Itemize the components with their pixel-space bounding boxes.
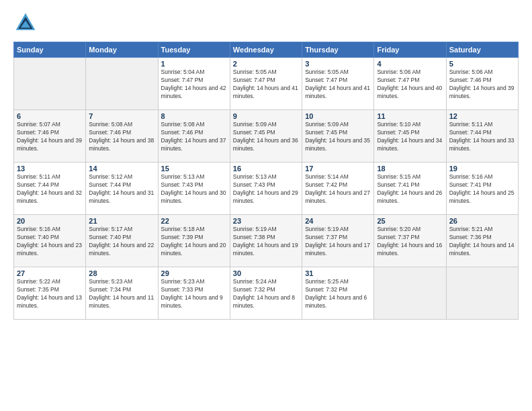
calendar-cell: 12Sunrise: 5:11 AM Sunset: 7:44 PM Dayli… <box>446 110 518 163</box>
calendar-cell: 31Sunrise: 5:25 AM Sunset: 7:32 PM Dayli… <box>302 267 374 320</box>
day-info: Sunrise: 5:21 AM Sunset: 7:36 PM Dayligh… <box>449 226 515 258</box>
day-number: 27 <box>17 269 83 277</box>
day-info: Sunrise: 5:09 AM Sunset: 7:45 PM Dayligh… <box>305 121 371 153</box>
day-number: 16 <box>233 165 299 173</box>
day-number: 20 <box>17 217 83 225</box>
day-info: Sunrise: 5:24 AM Sunset: 7:32 PM Dayligh… <box>233 278 299 310</box>
calendar-cell: 3Sunrise: 5:05 AM Sunset: 7:47 PM Daylig… <box>302 58 374 110</box>
page: SundayMondayTuesdayWednesdayThursdayFrid… <box>0 0 532 411</box>
calendar-body: 1Sunrise: 5:04 AM Sunset: 7:47 PM Daylig… <box>14 58 519 320</box>
calendar-cell: 15Sunrise: 5:13 AM Sunset: 7:43 PM Dayli… <box>158 163 230 215</box>
day-info: Sunrise: 5:05 AM Sunset: 7:47 PM Dayligh… <box>233 68 299 101</box>
calendar-cell: 11Sunrise: 5:10 AM Sunset: 7:45 PM Dayli… <box>374 110 446 163</box>
day-number: 11 <box>377 112 443 120</box>
weekday-header: Tuesday <box>158 42 230 58</box>
day-info: Sunrise: 5:07 AM Sunset: 7:46 PM Dayligh… <box>17 121 83 153</box>
calendar-cell: 2Sunrise: 5:05 AM Sunset: 7:47 PM Daylig… <box>230 58 302 110</box>
calendar-cell: 16Sunrise: 5:13 AM Sunset: 7:43 PM Dayli… <box>230 163 302 215</box>
day-info: Sunrise: 5:10 AM Sunset: 7:45 PM Dayligh… <box>377 121 443 153</box>
weekday-header: Wednesday <box>230 42 302 58</box>
day-number: 21 <box>89 217 154 225</box>
day-number: 19 <box>449 165 515 173</box>
calendar-cell: 20Sunrise: 5:16 AM Sunset: 7:40 PM Dayli… <box>14 215 86 267</box>
day-info: Sunrise: 5:20 AM Sunset: 7:37 PM Dayligh… <box>377 226 443 258</box>
calendar-cell: 13Sunrise: 5:11 AM Sunset: 7:44 PM Dayli… <box>14 163 86 215</box>
day-number: 23 <box>233 217 299 225</box>
logo-icon <box>13 11 38 35</box>
header <box>13 11 519 35</box>
calendar-cell: 22Sunrise: 5:18 AM Sunset: 7:39 PM Dayli… <box>158 215 230 267</box>
calendar-week-row: 13Sunrise: 5:11 AM Sunset: 7:44 PM Dayli… <box>14 163 519 215</box>
calendar-cell: 27Sunrise: 5:22 AM Sunset: 7:35 PM Dayli… <box>14 267 86 320</box>
day-number: 3 <box>305 60 371 68</box>
day-info: Sunrise: 5:11 AM Sunset: 7:44 PM Dayligh… <box>449 121 515 153</box>
weekday-row: SundayMondayTuesdayWednesdayThursdayFrid… <box>14 42 519 58</box>
weekday-header: Sunday <box>14 42 86 58</box>
day-number: 10 <box>305 112 371 120</box>
calendar-cell <box>14 58 86 110</box>
logo <box>13 11 42 35</box>
calendar-cell: 17Sunrise: 5:14 AM Sunset: 7:42 PM Dayli… <box>302 163 374 215</box>
day-number: 18 <box>377 165 443 173</box>
day-info: Sunrise: 5:04 AM Sunset: 7:47 PM Dayligh… <box>161 68 227 101</box>
day-number: 22 <box>161 217 227 225</box>
day-info: Sunrise: 5:09 AM Sunset: 7:45 PM Dayligh… <box>233 121 299 153</box>
calendar-cell: 14Sunrise: 5:12 AM Sunset: 7:44 PM Dayli… <box>86 163 158 215</box>
calendar-cell: 25Sunrise: 5:20 AM Sunset: 7:37 PM Dayli… <box>374 215 446 267</box>
day-info: Sunrise: 5:19 AM Sunset: 7:37 PM Dayligh… <box>305 226 371 258</box>
day-info: Sunrise: 5:22 AM Sunset: 7:35 PM Dayligh… <box>17 278 83 310</box>
day-info: Sunrise: 5:08 AM Sunset: 7:46 PM Dayligh… <box>89 121 154 153</box>
day-info: Sunrise: 5:13 AM Sunset: 7:43 PM Dayligh… <box>233 173 299 205</box>
calendar-week-row: 6Sunrise: 5:07 AM Sunset: 7:46 PM Daylig… <box>14 110 519 163</box>
day-info: Sunrise: 5:23 AM Sunset: 7:33 PM Dayligh… <box>161 278 227 310</box>
calendar-cell: 24Sunrise: 5:19 AM Sunset: 7:37 PM Dayli… <box>302 215 374 267</box>
calendar-cell: 8Sunrise: 5:08 AM Sunset: 7:46 PM Daylig… <box>158 110 230 163</box>
day-number: 7 <box>89 112 154 120</box>
calendar-cell: 28Sunrise: 5:23 AM Sunset: 7:34 PM Dayli… <box>86 267 158 320</box>
day-info: Sunrise: 5:14 AM Sunset: 7:42 PM Dayligh… <box>305 173 371 205</box>
calendar-cell: 9Sunrise: 5:09 AM Sunset: 7:45 PM Daylig… <box>230 110 302 163</box>
calendar-cell: 26Sunrise: 5:21 AM Sunset: 7:36 PM Dayli… <box>446 215 518 267</box>
calendar-cell <box>446 267 518 320</box>
day-number: 9 <box>233 112 299 120</box>
calendar-cell <box>86 58 158 110</box>
day-info: Sunrise: 5:16 AM Sunset: 7:41 PM Dayligh… <box>449 173 515 205</box>
calendar-cell: 10Sunrise: 5:09 AM Sunset: 7:45 PM Dayli… <box>302 110 374 163</box>
day-info: Sunrise: 5:17 AM Sunset: 7:40 PM Dayligh… <box>89 226 154 258</box>
calendar-cell: 7Sunrise: 5:08 AM Sunset: 7:46 PM Daylig… <box>86 110 158 163</box>
day-number: 29 <box>161 269 227 277</box>
day-number: 12 <box>449 112 515 120</box>
day-number: 2 <box>233 60 299 68</box>
calendar-table: SundayMondayTuesdayWednesdayThursdayFrid… <box>13 42 519 320</box>
day-info: Sunrise: 5:23 AM Sunset: 7:34 PM Dayligh… <box>89 278 154 310</box>
day-info: Sunrise: 5:06 AM Sunset: 7:47 PM Dayligh… <box>377 68 443 101</box>
calendar-week-row: 20Sunrise: 5:16 AM Sunset: 7:40 PM Dayli… <box>14 215 519 267</box>
calendar-cell: 19Sunrise: 5:16 AM Sunset: 7:41 PM Dayli… <box>446 163 518 215</box>
day-info: Sunrise: 5:12 AM Sunset: 7:44 PM Dayligh… <box>89 173 154 205</box>
calendar-cell: 4Sunrise: 5:06 AM Sunset: 7:47 PM Daylig… <box>374 58 446 110</box>
weekday-header: Monday <box>86 42 158 58</box>
weekday-header: Saturday <box>446 42 518 58</box>
calendar-cell: 18Sunrise: 5:15 AM Sunset: 7:41 PM Dayli… <box>374 163 446 215</box>
day-number: 6 <box>17 112 83 120</box>
day-info: Sunrise: 5:11 AM Sunset: 7:44 PM Dayligh… <box>17 173 83 205</box>
day-number: 25 <box>377 217 443 225</box>
day-number: 28 <box>89 269 154 277</box>
day-number: 1 <box>161 60 227 68</box>
day-number: 24 <box>305 217 371 225</box>
day-info: Sunrise: 5:13 AM Sunset: 7:43 PM Dayligh… <box>161 173 227 205</box>
day-number: 17 <box>305 165 371 173</box>
day-info: Sunrise: 5:06 AM Sunset: 7:46 PM Dayligh… <box>449 68 515 101</box>
calendar-week-row: 27Sunrise: 5:22 AM Sunset: 7:35 PM Dayli… <box>14 267 519 320</box>
day-info: Sunrise: 5:05 AM Sunset: 7:47 PM Dayligh… <box>305 68 371 101</box>
day-info: Sunrise: 5:08 AM Sunset: 7:46 PM Dayligh… <box>161 121 227 153</box>
calendar-cell: 1Sunrise: 5:04 AM Sunset: 7:47 PM Daylig… <box>158 58 230 110</box>
day-info: Sunrise: 5:25 AM Sunset: 7:32 PM Dayligh… <box>305 278 371 310</box>
calendar-cell: 29Sunrise: 5:23 AM Sunset: 7:33 PM Dayli… <box>158 267 230 320</box>
calendar-week-row: 1Sunrise: 5:04 AM Sunset: 7:47 PM Daylig… <box>14 58 519 110</box>
calendar-cell: 21Sunrise: 5:17 AM Sunset: 7:40 PM Dayli… <box>86 215 158 267</box>
calendar-cell: 30Sunrise: 5:24 AM Sunset: 7:32 PM Dayli… <box>230 267 302 320</box>
day-number: 31 <box>305 269 371 277</box>
day-info: Sunrise: 5:15 AM Sunset: 7:41 PM Dayligh… <box>377 173 443 205</box>
day-number: 30 <box>233 269 299 277</box>
